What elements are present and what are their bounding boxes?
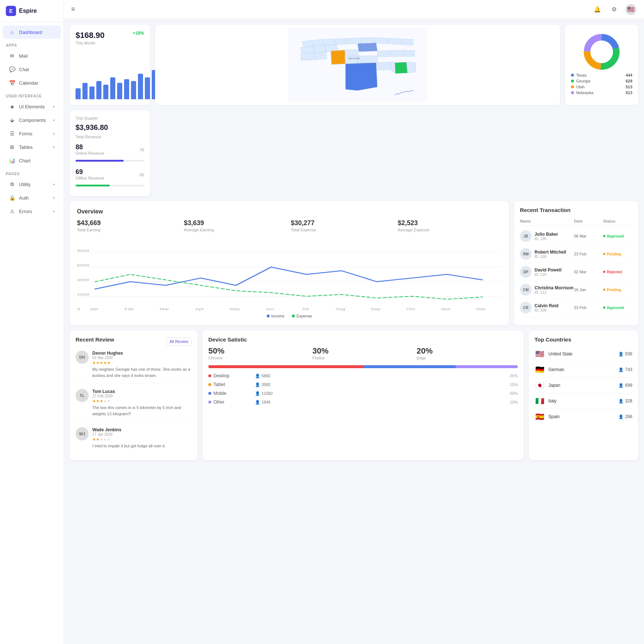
legend-dot [571, 85, 574, 88]
person-icon: 👤 [255, 400, 260, 405]
avatar: RM [520, 248, 532, 260]
overview-card: Overview $43,669 Total Earning $3,639 Av… [70, 201, 509, 325]
sidebar-item-errors[interactable]: ⚠ Errors ▾ [3, 205, 61, 218]
legend-left: Utah [571, 85, 585, 89]
section-pages-label: PAGES [0, 167, 63, 177]
svg-text:Dec: Dec [476, 307, 486, 311]
sidebar-item-ui-elements[interactable]: ◈ UI Elements ▾ [3, 100, 61, 113]
sidebar-item-components[interactable]: ⬙ Components ▾ [3, 113, 61, 127]
sidebar-item-chat[interactable]: 💬 Chat [3, 63, 61, 76]
bar-item [103, 85, 108, 99]
filled-star: ★ [100, 399, 103, 403]
offline-revenue-row: 69 Offline Revenue 50 [76, 168, 144, 181]
svg-text:Jun: Jun [266, 307, 274, 311]
sidebar-item-mail[interactable]: ✉ Mail [3, 49, 61, 62]
device-label: Mobile [208, 391, 252, 396]
tx-name: Christina Morrison [535, 285, 574, 290]
country-count: 👤 266 [618, 414, 632, 419]
chevron-down-icon: ▾ [53, 209, 55, 213]
review-date: 17 Jan 2020 [92, 432, 166, 436]
person-icon: 👤 [255, 391, 260, 396]
avatar: WJ [76, 427, 89, 440]
sidebar-item-forms[interactable]: ☰ Forms ▾ [3, 127, 61, 140]
header: ≡ 🔔 ⚙ 🇺🇸 [64, 0, 644, 19]
list-item: TL Tom Lucas 27 Feb 2020 ★★★★★ The box t… [76, 389, 192, 422]
device-dot [208, 392, 211, 395]
donut-legend: Texas 444 Georgia 628 Utah 513 Nebraska … [571, 73, 632, 96]
status-dot [603, 253, 605, 255]
legend-dot [571, 74, 574, 77]
bar-item [89, 86, 95, 99]
filled-star: ★ [96, 399, 100, 403]
list-item: 🇪🇸 Spain 👤 266 [535, 409, 632, 424]
device-pct-right: 25% [500, 374, 518, 378]
status-badge: Pending [603, 288, 632, 292]
hamburger-button[interactable]: ≡ [71, 5, 75, 13]
svg-text:6000: 6000 [77, 263, 89, 267]
all-review-button[interactable]: All Review [166, 338, 192, 346]
tx-date: 23 Feb [574, 305, 603, 310]
table-row[interactable]: DP David Powell ID: 115 02 Mar Rejected [520, 263, 632, 281]
tx-header-date: Date [574, 219, 603, 223]
sidebar-item-calendar[interactable]: 📅 Calendar [3, 76, 61, 89]
legend-value: 444 [626, 73, 632, 77]
ov-stat-label: Total Expense [291, 228, 395, 232]
offline-progress-fill [76, 185, 110, 186]
status-badge: Pending [603, 252, 632, 256]
table-row[interactable]: CM Christina Morrison ID: 112 16 Jan Pen… [520, 281, 632, 299]
sidebar-nav: ⌂ Dashboard APPS ✉ Mail 💬 Chat 📅 Calenda… [0, 22, 63, 221]
main-wrapper: ≡ 🔔 ⚙ 🇺🇸 $168.90 +18% This Month [64, 0, 644, 644]
tx-id: ID: 115 [535, 273, 562, 277]
user-avatar[interactable]: 🇺🇸 [625, 4, 637, 15]
chevron-down-icon: ▾ [53, 196, 55, 200]
forms-icon: ☰ [9, 130, 15, 137]
table-row[interactable]: RM Robert Mitchell ID: 138 23 Feb Pendin… [520, 245, 632, 263]
status-dot [603, 289, 605, 291]
device-pct-right: 50% [500, 391, 518, 396]
tx-date: 02 Mar [574, 270, 603, 274]
sidebar-item-auth[interactable]: 🔒 Auth ▾ [3, 191, 61, 204]
device-pct-item: 30% Firefox [312, 346, 413, 360]
list-item: DH Devon Hughes 02 Mar 2020 ★★★★★ My nei… [76, 351, 192, 384]
logo[interactable]: E Espire [0, 0, 63, 22]
device-dot [208, 383, 211, 386]
device-pct-val: 50% [208, 346, 309, 356]
country-name: Italy [548, 398, 615, 404]
review-text: I tried to impale it but got fudge all o… [92, 443, 166, 449]
settings-button[interactable]: ⚙ [608, 4, 620, 15]
review-date: 02 Mar 2020 [92, 356, 192, 360]
ov-stat-label: Average Earning [184, 228, 288, 232]
device-pcts: 50% Chrome 30% Firefox 20% Edge [208, 346, 518, 360]
review-content: Wade Jenkins 17 Jan 2020 ★★★★★ I tried t… [92, 427, 166, 449]
sidebar-item-utility[interactable]: ⚙ Utility ▾ [3, 178, 61, 191]
avatar: DP [520, 266, 532, 278]
sidebar-item-tables[interactable]: ⊞ Tables ▾ [3, 140, 61, 154]
countries-card: Top Countries 🇺🇸 United State 👤 936 🇩🇪 G… [529, 331, 638, 460]
income-legend-item: Income [267, 314, 285, 318]
country-name: United State [548, 351, 615, 356]
reviewer-name: Devon Hughes [92, 351, 192, 356]
device-pct-right: 15% [500, 382, 518, 387]
donut-card: Texas 444 Georgia 628 Utah 513 Nebraska … [565, 25, 638, 105]
notification-button[interactable]: 🔔 [591, 4, 603, 15]
online-progress-fill [76, 160, 124, 162]
table-row[interactable]: CR Calvin Reid ID: 108 23 Feb Approved [520, 299, 632, 317]
status-dot [603, 271, 605, 273]
table-row[interactable]: JB Julio Baker ID: 135 06 Mar Approved [520, 227, 632, 245]
expense-legend-label: Expense [297, 314, 312, 318]
legend-left: Texas [571, 73, 587, 77]
sidebar-item-chart[interactable]: 📊 Chart [3, 154, 61, 167]
offline-revenue-val: 69 [76, 168, 104, 176]
device-label: Desktop [208, 373, 252, 378]
ov-stat-val: $3,639 [184, 219, 288, 227]
offline-revenue-label: Offline Revenue [76, 176, 104, 180]
avatar: TL [76, 389, 89, 402]
sidebar-item-dashboard[interactable]: ⌂ Dashboard [3, 26, 61, 39]
review-title: Recent Review [76, 336, 114, 343]
stats-label: This Month [76, 41, 144, 45]
svg-text:2000: 2000 [77, 293, 89, 296]
svg-text:0: 0 [77, 307, 80, 311]
bar-item [117, 83, 122, 99]
empty-star: ★ [107, 437, 111, 441]
dashboard-icon: ⌂ [9, 29, 15, 35]
